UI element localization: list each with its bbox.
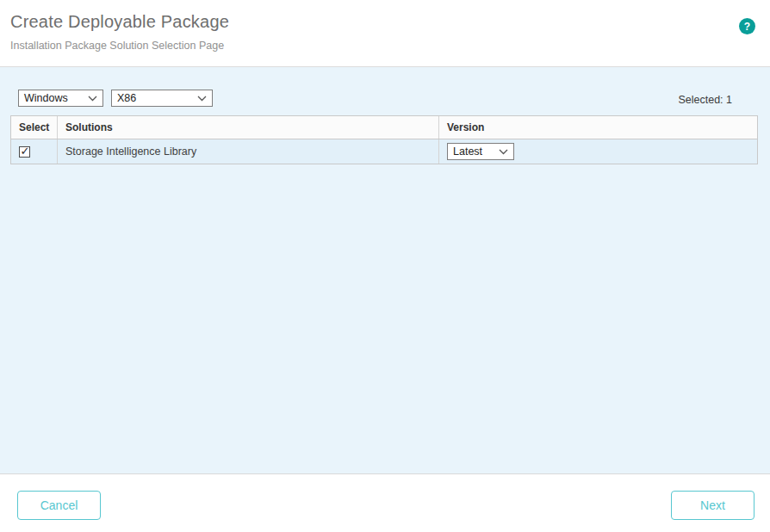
table-row: Storage Intelligence Library Latest bbox=[11, 139, 757, 164]
page-header: Create Deployable Package Installation P… bbox=[0, 0, 770, 67]
chevron-down-icon bbox=[197, 96, 207, 102]
version-cell: Latest bbox=[439, 139, 757, 164]
column-header-version: Version bbox=[439, 116, 757, 139]
version-select[interactable]: Latest bbox=[447, 143, 514, 160]
table-header-row: Select Solutions Version bbox=[11, 116, 757, 139]
page-subtitle: Installation Package Solution Selection … bbox=[10, 40, 760, 52]
next-button[interactable]: Next bbox=[671, 491, 754, 520]
row-select-cell bbox=[11, 139, 58, 164]
help-icon[interactable]: ? bbox=[739, 18, 755, 34]
architecture-select-value: X86 bbox=[117, 92, 136, 104]
platform-select-value: Windows bbox=[24, 92, 68, 104]
footer-bar: Cancel Next bbox=[0, 474, 770, 531]
page-title: Create Deployable Package bbox=[10, 12, 760, 32]
architecture-select[interactable]: X86 bbox=[111, 90, 213, 107]
solution-name-cell: Storage Intelligence Library bbox=[58, 139, 439, 164]
chevron-down-icon bbox=[88, 96, 97, 102]
row-select-checkbox[interactable] bbox=[19, 146, 30, 158]
solutions-table: Select Solutions Version Storage Intelli… bbox=[10, 115, 758, 164]
selected-count-label: Selected: 1 bbox=[678, 94, 732, 106]
chevron-down-icon bbox=[499, 149, 508, 155]
content-area: Windows X86 Selected: 1 Select Solutions… bbox=[0, 67, 770, 474]
version-select-value: Latest bbox=[453, 145, 482, 158]
column-header-select: Select bbox=[11, 116, 58, 139]
filter-toolbar: Windows X86 bbox=[18, 90, 213, 107]
cancel-button[interactable]: Cancel bbox=[17, 491, 101, 520]
platform-select[interactable]: Windows bbox=[18, 90, 103, 107]
column-header-solutions: Solutions bbox=[58, 116, 439, 139]
